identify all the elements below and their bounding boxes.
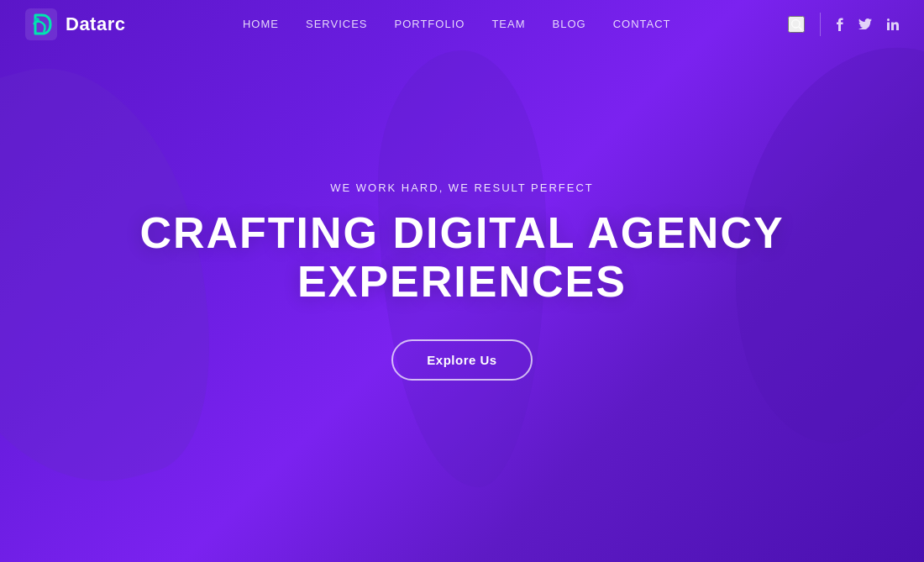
search-button[interactable]	[788, 16, 805, 33]
svg-line-3	[799, 27, 802, 30]
svg-rect-0	[25, 8, 57, 40]
header-right	[788, 13, 899, 36]
twitter-link[interactable]	[858, 18, 872, 29]
logo-area[interactable]: Datarc	[25, 8, 125, 40]
svg-point-5	[887, 18, 890, 21]
hero-content: WE WORK HARD, WE RESULT PERFECT CRAFTING…	[0, 181, 924, 380]
hero-section: Datarc HOME SERVICES PORTFOLIO TEAM BLOG…	[0, 0, 924, 562]
nav-team[interactable]: TEAM	[491, 18, 525, 30]
svg-rect-4	[887, 22, 890, 30]
hero-title: CRAFTING DIGITAL AGENCY EXPERIENCES	[17, 209, 907, 305]
nav-contact[interactable]: CONTACT	[613, 18, 671, 30]
linkedin-link[interactable]	[887, 18, 899, 30]
site-header: Datarc HOME SERVICES PORTFOLIO TEAM BLOG…	[0, 0, 924, 48]
svg-point-2	[792, 19, 800, 27]
search-icon	[790, 18, 803, 31]
brand-name: Datarc	[66, 13, 125, 35]
nav-services[interactable]: SERVICES	[306, 18, 368, 30]
explore-button[interactable]: Explore Us	[391, 339, 532, 381]
nav-blog[interactable]: BLOG	[553, 18, 586, 30]
facebook-icon	[836, 18, 843, 31]
twitter-icon	[858, 18, 872, 29]
nav-home[interactable]: HOME	[243, 18, 279, 30]
linkedin-icon	[887, 18, 899, 30]
header-divider	[820, 13, 821, 36]
nav-portfolio[interactable]: PORTFOLIO	[394, 18, 465, 30]
hero-subtitle: WE WORK HARD, WE RESULT PERFECT	[17, 181, 907, 194]
facebook-link[interactable]	[836, 18, 843, 31]
main-nav: HOME SERVICES PORTFOLIO TEAM BLOG CONTAC…	[243, 18, 671, 30]
logo-icon	[25, 8, 57, 40]
